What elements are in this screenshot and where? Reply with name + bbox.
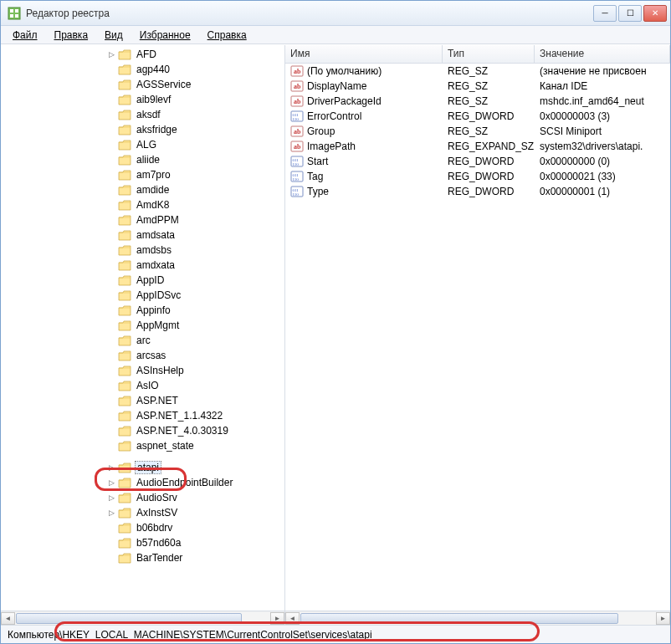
tree-item[interactable]: agp440 [1,62,284,77]
tree-item[interactable]: aliide [1,152,284,167]
folder-icon [118,463,131,473]
value-name: (По умолчанию) [307,65,382,77]
binary-icon [290,155,304,168]
tree-item[interactable]: ▷AxInstSV [1,505,284,520]
folder-icon [118,125,131,135]
tree-item[interactable]: AppIDSvc [1,288,284,303]
tree-item[interactable]: amdxata [1,258,284,273]
tree-item[interactable]: AmdK8 [1,197,284,212]
scroll-right-icon[interactable]: ► [270,612,284,625]
value-name: ImagePath [307,141,356,152]
tree-item[interactable]: ASP.NET_1.1.4322 [1,408,284,423]
tree-item-label: BarTender [135,552,184,564]
tree-item[interactable]: ASP.NET [1,393,284,408]
tree-item[interactable]: ▷AFD [1,47,284,62]
list-row[interactable]: (По умолчанию)REG_SZ(значение не присвое… [285,64,670,79]
value-type: REG_DWORD [443,156,535,167]
tree-scroll[interactable]: ▷AFDagp440AGSServiceaib9levfaksdfaksfrid… [1,45,284,611]
tree-item[interactable]: amdide [1,182,284,197]
tree-item-label: ASP.NET_4.0.30319 [135,425,230,437]
folder-icon [118,140,131,151]
menu-help[interactable]: Справка [201,28,254,43]
list-row[interactable]: TypeREG_DWORD0x00000001 (1) [285,184,670,199]
list-row[interactable]: TagREG_DWORD0x00000021 (33) [285,169,670,184]
expand-icon[interactable]: ▷ [106,493,116,503]
menu-file[interactable]: Файл [6,28,44,43]
string-icon [290,125,304,138]
scroll-right-icon[interactable]: ► [656,612,670,625]
folder-icon [118,275,131,286]
tree-item[interactable]: arc [1,333,284,348]
status-path: \HKEY_LOCAL_MACHINE\SYSTEM\CurrentContro… [59,629,371,641]
menu-favorites[interactable]: Избранное [133,28,197,43]
tree-item-label: ASP.NET_1.1.4322 [135,410,224,422]
close-button[interactable]: ✕ [643,5,667,22]
value-type: REG_SZ [443,95,535,107]
folder-icon [118,426,131,437]
tree-item[interactable]: ASInsHelp [1,363,284,378]
tree-item[interactable]: BarTender [1,550,284,565]
tree-item[interactable]: b06bdrv [1,520,284,535]
folder-icon [118,79,131,90]
folder-icon [118,365,131,376]
tree-item-label: arc [135,335,152,346]
expand-icon[interactable]: ▷ [106,478,116,488]
list-hscroll[interactable]: ◄ ► [285,611,670,625]
folder-icon [118,155,131,166]
expand-icon[interactable]: ▷ [106,508,116,518]
tree-item[interactable]: ▷atapi [1,460,284,475]
list-body[interactable]: (По умолчанию)REG_SZ(значение не присвое… [285,64,670,611]
tree-item[interactable]: amdsata [1,227,284,243]
tree-item-label: AFD [135,49,158,60]
string-icon [290,79,304,93]
titlebar[interactable]: Редактор реестра ─ ☐ ✕ [1,1,670,26]
tree-item[interactable]: AppID [1,273,284,288]
list-row[interactable]: GroupREG_SZSCSI Miniport [285,124,670,139]
tree-item[interactable]: aspnet_state [1,438,284,453]
tree-item-label: am7pro [135,169,172,181]
tree-item[interactable]: ALG [1,137,284,152]
list-row[interactable]: ErrorControlREG_DWORD0x00000003 (3) [285,109,670,124]
tree-item-label: aib9levf [135,94,172,105]
tree-item[interactable]: ▷AudioSrv [1,490,284,505]
list-row[interactable]: StartREG_DWORD0x00000000 (0) [285,154,670,169]
scroll-left-icon[interactable]: ◄ [285,612,300,625]
col-type[interactable]: Тип [443,45,535,63]
tree-item[interactable]: aib9levf [1,92,284,107]
minimize-button[interactable]: ─ [593,5,617,22]
tree-item[interactable]: AsIO [1,378,284,393]
folder-icon [118,396,131,406]
list-row[interactable]: DriverPackageIdREG_SZmshdc.inf_amd64_neu… [285,94,670,109]
folder-icon [118,110,131,120]
menu-view[interactable]: Вид [98,28,130,43]
tree-item[interactable]: aksfridge [1,122,284,137]
tree-item-label: agp440 [135,64,172,75]
expand-icon[interactable]: ▷ [106,463,116,473]
list-row[interactable]: ImagePathREG_EXPAND_SZsystem32\drivers\a… [285,139,670,154]
col-value[interactable]: Значение [535,45,670,63]
tree-item[interactable]: ASP.NET_4.0.30319 [1,423,284,438]
folder-icon [118,200,131,211]
tree-item[interactable]: AGSService [1,77,284,92]
value-name: DisplayName [307,80,366,92]
scroll-left-icon[interactable]: ◄ [1,612,15,625]
tree-item[interactable]: AmdPPM [1,212,284,227]
tree-item[interactable]: aksdf [1,107,284,122]
binary-icon [290,170,304,183]
tree-item[interactable]: arcsas [1,348,284,363]
tree-item[interactable]: amdsbs [1,243,284,258]
tree-hscroll[interactable]: ◄ ► [1,611,284,625]
value-name: Type [307,186,329,197]
string-icon [290,95,304,108]
col-name[interactable]: Имя [285,45,443,63]
tree-item[interactable]: Appinfo [1,303,284,318]
value-type: REG_EXPAND_SZ [443,141,535,152]
tree-item[interactable]: ▷AudioEndpointBuilder [1,475,284,490]
list-row[interactable]: DisplayNameREG_SZКанал IDE [285,79,670,94]
maximize-button[interactable]: ☐ [618,5,642,22]
tree-item[interactable]: b57nd60a [1,535,284,550]
expand-icon[interactable]: ▷ [106,49,116,59]
menu-edit[interactable]: Правка [48,28,95,43]
tree-item[interactable]: am7pro [1,167,284,182]
tree-item[interactable]: AppMgmt [1,318,284,333]
